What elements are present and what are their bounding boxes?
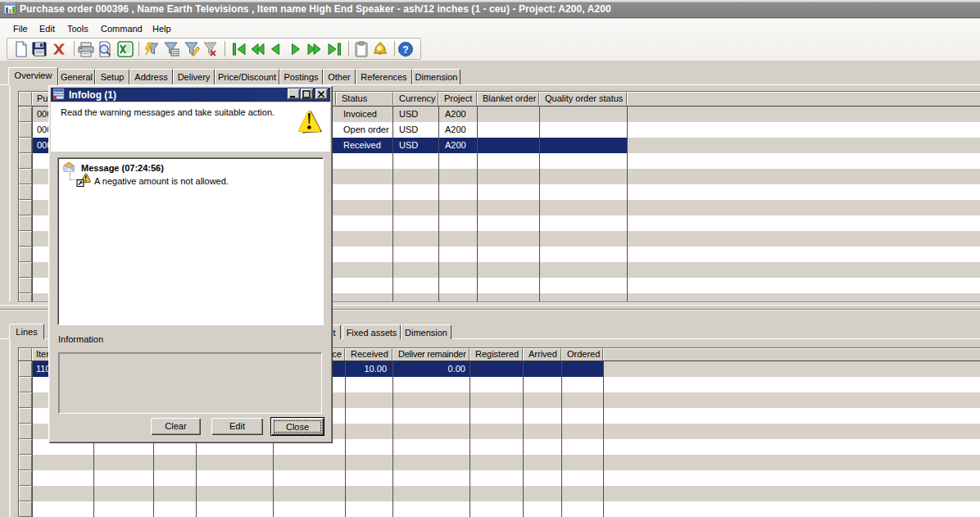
svg-text:?: ? [402,44,408,56]
